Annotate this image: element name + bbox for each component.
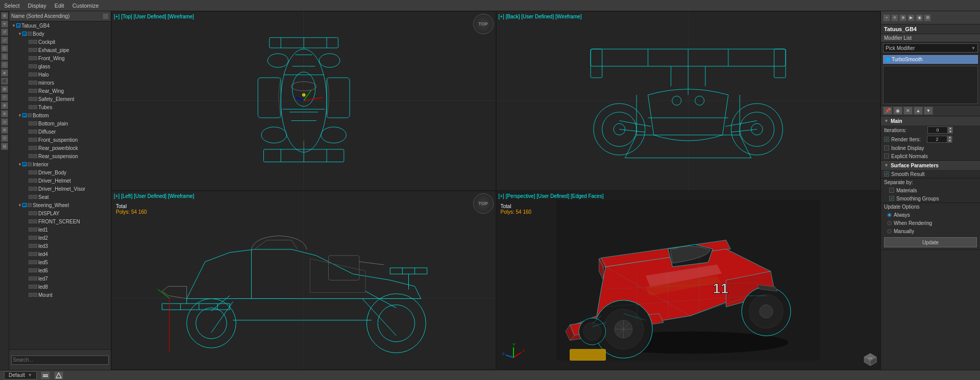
render-iters-spinner[interactable]: 2 ▲ ▼ <box>927 136 952 143</box>
tree-link-bottom[interactable] <box>28 113 32 117</box>
tree-eye-mirrors[interactable] <box>29 81 33 85</box>
tool-scale[interactable]: ⤢ <box>1 37 8 44</box>
tree-item-led3[interactable]: led3 <box>9 242 111 250</box>
tree-eye-safety_element[interactable] <box>29 97 33 101</box>
turbosmooth-modifier-item[interactable]: TurboSmooth <box>883 55 978 64</box>
menu-display[interactable]: Display <box>28 3 46 9</box>
tree-link-mirrors[interactable] <box>33 81 37 85</box>
tree-item-cockpit[interactable]: Cockpit <box>9 38 111 46</box>
tree-item-diffuser[interactable]: Diffuser <box>9 128 111 136</box>
menu-customize[interactable]: Customize <box>72 3 99 9</box>
tree-eye-led6[interactable] <box>29 268 33 272</box>
viewport-back[interactable]: [+] [Back] [User Defined] [Wireframe] <box>496 11 881 191</box>
render-iters-checkbox[interactable] <box>884 137 889 142</box>
tree-link-driver_body[interactable] <box>33 170 37 174</box>
tree-eye-driver_body[interactable] <box>29 170 33 174</box>
tree-eye-led7[interactable] <box>29 276 33 281</box>
tool-16[interactable]: ⊡ <box>1 135 8 142</box>
tree-item-halo[interactable]: Halo <box>9 70 111 79</box>
tool-10[interactable]: ⊠ <box>1 86 8 93</box>
tree-link-led6[interactable] <box>33 268 37 272</box>
rp-icon-hierarchy[interactable]: ⊕ <box>899 14 906 21</box>
tree-link-led2[interactable] <box>33 236 37 240</box>
smoothing-groups-checkbox[interactable] <box>889 196 894 201</box>
tree-link-safety_element[interactable] <box>33 97 37 101</box>
tool-13[interactable]: ⊛ <box>1 110 8 117</box>
status-layer-icon[interactable] <box>41 371 50 379</box>
tree-eye-mount[interactable] <box>29 293 33 297</box>
tool-14[interactable]: ◎ <box>1 118 8 125</box>
tree-eye-led4[interactable] <box>29 252 33 256</box>
tool-link[interactable]: ⛓ <box>1 143 8 150</box>
section-main-header[interactable]: ▼ Main <box>881 116 980 125</box>
tree-item-glass[interactable]: glass <box>9 62 111 70</box>
tree-eye-interior[interactable]: ⊙ <box>22 162 27 166</box>
mod-tool-pin[interactable]: 📌 <box>883 107 892 115</box>
tree-eye-led3[interactable] <box>29 244 33 248</box>
tree-expand-steering_wheel[interactable]: ▼ <box>17 202 22 208</box>
tree-item-led1[interactable]: led1 <box>9 225 111 234</box>
rp-icon-modify[interactable]: ≡ <box>891 14 898 21</box>
tree-eye-glass[interactable] <box>29 64 33 68</box>
tree-item-exhaust_pipe[interactable]: Exhaust_pipe <box>9 46 111 54</box>
tree-link-tubes[interactable] <box>33 105 37 109</box>
tool-7[interactable]: ⬡ <box>1 61 8 68</box>
tree-link-front_suspension[interactable] <box>33 138 37 142</box>
tree-eye-rear_suspension[interactable] <box>29 154 33 158</box>
nav-cube-top[interactable]: TOP <box>473 14 494 34</box>
update-button[interactable]: Update <box>884 237 977 247</box>
tree-item-rear_suspension[interactable]: Rear_suspension <box>9 152 111 160</box>
sort-button[interactable] <box>103 13 109 19</box>
tree-eye-cockpit[interactable] <box>29 40 33 44</box>
tree-item-front_wing[interactable]: Front_Wing <box>9 54 111 62</box>
tree-link-driver_helmet_visor[interactable] <box>33 187 37 191</box>
tree-item-driver_helmet[interactable]: Driver_Helmet <box>9 176 111 185</box>
tree-link-cockpit[interactable] <box>33 40 37 44</box>
tree-item-interior[interactable]: ▼⊙Interior <box>9 160 111 168</box>
tree-eye-led1[interactable] <box>29 227 33 232</box>
materials-checkbox[interactable] <box>889 188 894 193</box>
always-radio[interactable] <box>887 213 892 217</box>
tree-link-steering_wheel[interactable] <box>28 203 32 207</box>
tree-link-rear_suspension[interactable] <box>33 154 37 158</box>
section-surface-header[interactable]: ▼ Surface Parameters <box>881 161 980 170</box>
status-mode-dropdown[interactable]: Default ▼ <box>4 371 37 379</box>
modifier-dropdown[interactable]: Pick Modifier ▼ <box>883 43 978 53</box>
rp-icon-utilities[interactable]: ⚙ <box>924 14 931 21</box>
tree-eye-driver_helmet[interactable] <box>29 179 33 183</box>
tree-eye-front_screen[interactable] <box>29 219 33 223</box>
tree-eye-tubes[interactable] <box>29 105 33 109</box>
tree-eye-rear_powerblock[interactable] <box>29 146 33 150</box>
tree-link-led4[interactable] <box>33 252 37 256</box>
perspective-nav-cube[interactable]: TOP <box>863 352 878 367</box>
tree-link-front_wing[interactable] <box>33 56 37 60</box>
tree-expand-tatuus_gb4[interactable]: ▼ <box>11 23 16 28</box>
tool-12[interactable]: ⊕ <box>1 102 8 109</box>
tree-eye-halo[interactable] <box>29 72 33 77</box>
tree-eye-bottom[interactable]: ⊙ <box>22 113 27 117</box>
tree-item-tubes[interactable]: Tubes <box>9 103 111 111</box>
viewport-left[interactable]: [+] [Left] [User Defined] [Wireframe] To… <box>111 191 496 370</box>
tree-item-bottom[interactable]: ▼⊙Bottom <box>9 111 111 119</box>
menu-edit[interactable]: Edit <box>55 3 64 9</box>
tree-eye-tatuus_gb4[interactable]: ⊙ <box>16 23 20 28</box>
tree-item-led2[interactable]: led2 <box>9 234 111 242</box>
tree-item-seat[interactable]: Seat <box>9 193 111 201</box>
tree-item-tatuus_gb4[interactable]: ▼⊙Tatuus_GB4 <box>9 21 111 30</box>
tree-item-driver_helmet_visor[interactable]: Driver_Helmet_Visor <box>9 185 111 193</box>
tree-eye-bottom_plain[interactable] <box>29 121 33 125</box>
mod-tool-up[interactable]: ▲ <box>914 107 923 115</box>
mod-tool-delete[interactable]: ✕ <box>903 107 913 115</box>
tree-link-mount[interactable] <box>33 293 37 297</box>
tool-8[interactable]: ◈ <box>1 69 8 77</box>
tree-link-front_screen[interactable] <box>33 219 37 223</box>
tool-rotate[interactable]: ↺ <box>1 29 8 36</box>
viewport-top[interactable]: [+] [Top] [User Defined] [Wireframe] TOP <box>111 11 496 191</box>
tree-item-led8[interactable]: led8 <box>9 283 111 291</box>
tree-eye-front_wing[interactable] <box>29 56 33 60</box>
tree-item-led4[interactable]: led4 <box>9 250 111 258</box>
tree-item-led6[interactable]: led6 <box>9 266 111 274</box>
tree-item-steering_wheel[interactable]: ▼⊙Steering_Wheel <box>9 201 111 209</box>
scene-search-input[interactable] <box>11 356 109 365</box>
tree-item-display[interactable]: DISPLAY <box>9 209 111 217</box>
